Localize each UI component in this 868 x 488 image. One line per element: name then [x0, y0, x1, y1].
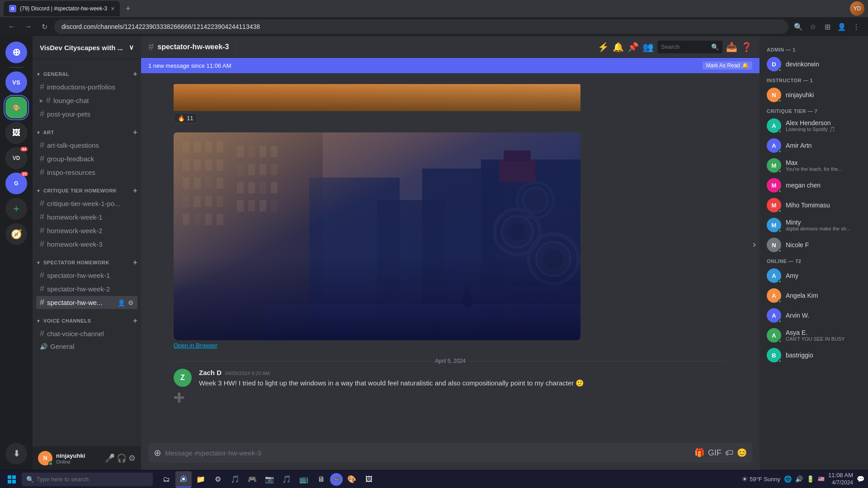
deafen-button[interactable]: 🎧	[117, 453, 127, 463]
taskbar-app-discord[interactable]: 🎮	[330, 473, 343, 486]
member-amir-artn[interactable]: A Amir Artn	[763, 136, 864, 155]
header-search[interactable]: 🔍	[657, 41, 722, 53]
download-icon[interactable]: ⬇	[5, 443, 27, 465]
channel-post-your-pets[interactable]: # post-your-pets	[36, 108, 137, 121]
taskbar-app-11[interactable]: 🎨	[344, 471, 360, 488]
keyboard-icon[interactable]: 🇺🇸	[818, 476, 825, 482]
extension-icon[interactable]: ⊞	[821, 20, 834, 33]
add-channel-voice[interactable]: +	[133, 317, 137, 325]
network-icon[interactable]: 🌐	[784, 475, 792, 483]
volume-icon[interactable]: 🔊	[795, 475, 803, 483]
server-header[interactable]: VisDev Cityscapes with ... ∨	[33, 36, 141, 59]
emoji-icon[interactable]: 😊	[737, 448, 747, 458]
artwork-image[interactable]	[174, 132, 580, 340]
active-tab[interactable]: D (79) Discord | #spectator-hw-week-3 ×	[4, 1, 120, 16]
taskbar-search-input[interactable]	[37, 476, 148, 483]
battery-icon[interactable]: 🔋	[807, 475, 814, 483]
channel-art-talk-questions[interactable]: # art-talk-questions	[36, 139, 137, 152]
channel-general-voice[interactable]: 🔊 General	[36, 341, 137, 352]
mute-button[interactable]: 🎤	[105, 453, 115, 463]
member-megan-chen[interactable]: M megan chen	[763, 175, 864, 195]
refresh-button[interactable]: ↻	[38, 20, 51, 33]
channel-inspo-resources[interactable]: # inspo-resources	[36, 166, 137, 179]
taskbar-app-10[interactable]: 🖥	[313, 471, 329, 488]
back-button[interactable]: ←	[5, 20, 18, 33]
taskbar-app-8[interactable]: 🎵	[278, 471, 295, 488]
tab-close-button[interactable]: ×	[111, 5, 114, 12]
taskbar-app-4[interactable]: ⚙	[210, 471, 226, 488]
member-max[interactable]: M Max You're the leach, for the...	[763, 155, 864, 175]
member-alex-henderson[interactable]: A Alex Henderson Listening to Spotify 🎵	[763, 116, 864, 136]
taskbar-app-7[interactable]: 📷	[261, 471, 278, 488]
channel-spectator-hw-week-2[interactable]: # spectator-hw-week-2	[36, 282, 137, 296]
member-miho-tomimasu[interactable]: M Miho Tomimasu	[763, 195, 864, 215]
taskbar-search-bar[interactable]: 🔍	[22, 473, 153, 486]
gif-icon[interactable]: GIF	[708, 448, 722, 458]
channel-introductions-portfolios[interactable]: # introductions-portfolios	[36, 80, 137, 94]
add-server-button[interactable]: +	[5, 198, 27, 220]
address-input[interactable]	[54, 19, 788, 34]
taskbar-app-5[interactable]: 🎵	[227, 471, 243, 488]
channel-chat-voice[interactable]: # chat-voice-channel	[36, 327, 137, 340]
member-angela-kim[interactable]: A Angela Kim	[763, 286, 864, 305]
taskbar-app-9[interactable]: 📺	[296, 471, 312, 488]
pin-icon-btn[interactable]: 📌	[627, 42, 639, 52]
add-reaction-icon[interactable]: ➕	[174, 392, 185, 403]
fire-reaction[interactable]: 🔥 11	[174, 113, 197, 123]
thread-icon-btn[interactable]: ⚡	[598, 42, 609, 52]
forward-button[interactable]: →	[22, 20, 34, 33]
account-icon[interactable]: 👤	[835, 20, 848, 33]
taskbar-app-3[interactable]: 📁	[193, 471, 209, 488]
member-asya-e[interactable]: A Asya E. CAN'T YOU SEE IN BUSY	[763, 325, 864, 345]
menu-icon[interactable]: ⋮	[850, 20, 863, 33]
message-input[interactable]	[165, 444, 691, 462]
sticker-icon[interactable]: 🏷	[725, 448, 733, 458]
add-content-icon[interactable]: ⊕	[154, 447, 161, 458]
category-general[interactable]: ▼ GENERAL +	[33, 63, 141, 80]
notification-icon-btn[interactable]: 🔔	[613, 42, 624, 52]
notification-tray-icon[interactable]: 💬	[857, 475, 864, 483]
explore-servers-icon[interactable]: 🧭	[5, 223, 27, 245]
message-area[interactable]: 🔥 11	[141, 73, 760, 443]
channel-homework-week-3[interactable]: # homework-week-3	[36, 238, 137, 251]
channel-settings-icon[interactable]: 👤	[118, 299, 125, 306]
server-icon-2[interactable]: 🎨	[5, 97, 27, 118]
bookmark-icon[interactable]: ☆	[807, 20, 819, 33]
weather-display[interactable]: ☀ 59°F Sunny	[741, 475, 780, 483]
taskbar-app-12[interactable]: 🖼	[361, 471, 377, 488]
start-button[interactable]	[4, 471, 20, 488]
category-voice-channels[interactable]: ▼ VOICE CHANNELS +	[33, 310, 141, 327]
settings-button[interactable]: ⚙	[128, 453, 136, 463]
new-tab-button[interactable]: +	[122, 2, 134, 15]
zoom-icon[interactable]: 🔍	[792, 20, 805, 33]
member-ninjayuhki[interactable]: N ninjayuhki	[763, 85, 864, 105]
member-amy[interactable]: A Amy	[763, 266, 864, 286]
channel-gear-icon[interactable]: ⚙	[128, 299, 134, 306]
search-input[interactable]	[661, 43, 709, 50]
chrome-user-avatar[interactable]: YD	[850, 1, 864, 16]
server-icon-5[interactable]: G 15	[5, 173, 27, 194]
category-art[interactable]: ▼ ART +	[33, 121, 141, 138]
member-bastriggio[interactable]: B bastriggio	[763, 345, 864, 365]
taskbar-file-explorer[interactable]: 🗂	[158, 471, 175, 488]
channel-homework-week-2[interactable]: # homework-week-2	[36, 224, 137, 237]
channel-lounge-chat[interactable]: ▶ # lounge-chat	[36, 94, 137, 107]
channel-homework-week-1[interactable]: # homework-week-1	[36, 211, 137, 224]
help-icon-btn[interactable]: ❓	[741, 42, 752, 52]
taskbar-chrome[interactable]	[175, 471, 192, 488]
channel-spectator-hw-week-1[interactable]: # spectator-hw-week-1	[36, 269, 137, 282]
server-icon-4[interactable]: VD 44	[5, 147, 27, 169]
member-minty[interactable]: M Minty digital demons make the sh...	[763, 215, 864, 235]
category-spectator-homework[interactable]: ▼ SPECTATOR HOMEWORK +	[33, 251, 141, 268]
server-icon-3[interactable]: 🖼	[5, 122, 27, 144]
inbox-icon-btn[interactable]: 📥	[726, 42, 737, 52]
add-channel-art[interactable]: +	[133, 128, 137, 136]
channel-critique-tier-week-1[interactable]: # critique-tier-week-1-po...	[36, 197, 137, 210]
channel-spectator-hw-week-3[interactable]: # spectator-hw-we... 👤 ⚙	[36, 296, 137, 309]
add-channel-general[interactable]: +	[133, 70, 137, 78]
server-icon-1[interactable]: VS	[5, 71, 27, 93]
server-icon-discord[interactable]: ⊕	[5, 42, 27, 63]
channel-group-feedback[interactable]: # group-feedback	[36, 152, 137, 165]
member-devinkorwin[interactable]: D devinkorwin	[763, 54, 864, 74]
member-nicole-f[interactable]: N Nicole F	[763, 235, 864, 255]
